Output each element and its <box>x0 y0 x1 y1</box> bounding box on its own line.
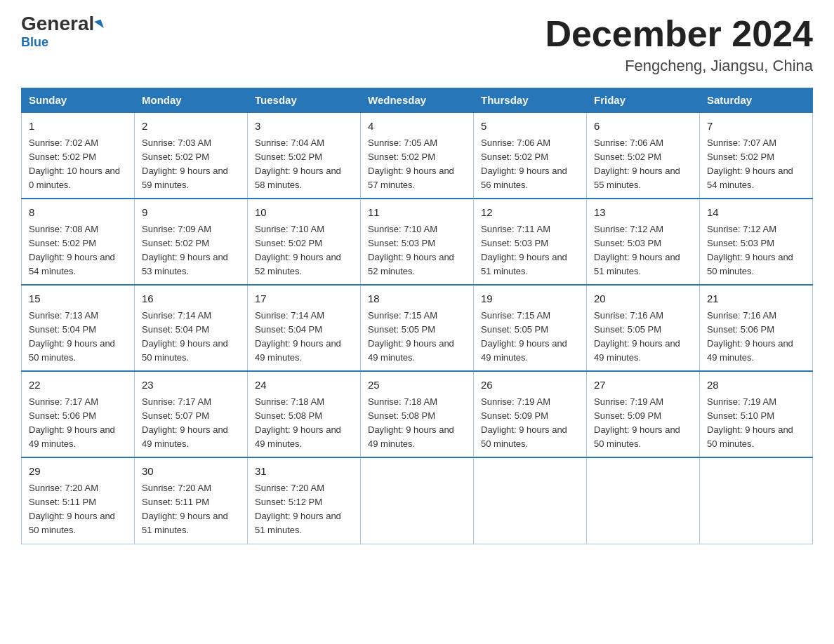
day-info: Sunrise: 7:06 AMSunset: 5:02 PMDaylight:… <box>594 137 680 190</box>
day-info: Sunrise: 7:11 AMSunset: 5:03 PMDaylight:… <box>481 224 567 276</box>
day-number: 18 <box>368 291 466 307</box>
calendar-week-row: 29Sunrise: 7:20 AMSunset: 5:11 PMDayligh… <box>22 457 813 544</box>
weekday-header-saturday: Saturday <box>700 88 813 113</box>
day-number: 21 <box>707 291 805 307</box>
calendar-cell: 28Sunrise: 7:19 AMSunset: 5:10 PMDayligh… <box>700 371 813 457</box>
day-number: 3 <box>255 119 353 135</box>
day-number: 5 <box>481 119 579 135</box>
calendar-cell: 2Sunrise: 7:03 AMSunset: 5:02 PMDaylight… <box>135 112 248 199</box>
weekday-header-thursday: Thursday <box>474 88 587 113</box>
day-number: 14 <box>707 205 805 221</box>
month-title: December 2024 <box>545 14 813 54</box>
calendar-week-row: 1Sunrise: 7:02 AMSunset: 5:02 PMDaylight… <box>22 112 813 199</box>
day-number: 1 <box>29 119 127 135</box>
weekday-header-tuesday: Tuesday <box>248 88 361 113</box>
calendar-cell: 8Sunrise: 7:08 AMSunset: 5:02 PMDaylight… <box>22 199 135 285</box>
day-info: Sunrise: 7:08 AMSunset: 5:02 PMDaylight:… <box>29 224 115 276</box>
calendar-cell: 15Sunrise: 7:13 AMSunset: 5:04 PMDayligh… <box>22 285 135 371</box>
day-number: 23 <box>142 377 240 394</box>
calendar-week-row: 15Sunrise: 7:13 AMSunset: 5:04 PMDayligh… <box>22 285 813 371</box>
logo-blue-text: Blue <box>21 35 48 50</box>
calendar-cell: 9Sunrise: 7:09 AMSunset: 5:02 PMDaylight… <box>135 199 248 285</box>
day-info: Sunrise: 7:16 AMSunset: 5:05 PMDaylight:… <box>594 310 680 363</box>
calendar-cell: 21Sunrise: 7:16 AMSunset: 5:06 PMDayligh… <box>700 285 813 371</box>
calendar-cell: 10Sunrise: 7:10 AMSunset: 5:02 PMDayligh… <box>248 199 361 285</box>
calendar-cell: 13Sunrise: 7:12 AMSunset: 5:03 PMDayligh… <box>587 199 700 285</box>
calendar-cell: 1Sunrise: 7:02 AMSunset: 5:02 PMDaylight… <box>22 112 135 199</box>
calendar-cell <box>587 457 700 544</box>
calendar-cell: 12Sunrise: 7:11 AMSunset: 5:03 PMDayligh… <box>474 199 587 285</box>
day-info: Sunrise: 7:20 AMSunset: 5:12 PMDaylight:… <box>255 483 341 535</box>
calendar-cell: 20Sunrise: 7:16 AMSunset: 5:05 PMDayligh… <box>587 285 700 371</box>
day-info: Sunrise: 7:03 AMSunset: 5:02 PMDaylight:… <box>142 137 228 190</box>
calendar-cell: 7Sunrise: 7:07 AMSunset: 5:02 PMDaylight… <box>700 112 813 199</box>
calendar-cell: 16Sunrise: 7:14 AMSunset: 5:04 PMDayligh… <box>135 285 248 371</box>
day-number: 9 <box>142 205 240 221</box>
day-number: 17 <box>255 291 353 307</box>
day-info: Sunrise: 7:19 AMSunset: 5:09 PMDaylight:… <box>594 396 680 449</box>
title-block: December 2024 Fengcheng, Jiangsu, China <box>545 14 813 75</box>
calendar-table: SundayMondayTuesdayWednesdayThursdayFrid… <box>21 88 813 544</box>
page-header: General Blue December 2024 Fengcheng, Ji… <box>21 14 813 75</box>
day-info: Sunrise: 7:18 AMSunset: 5:08 PMDaylight:… <box>255 396 341 449</box>
location-title: Fengcheng, Jiangsu, China <box>545 57 813 75</box>
day-info: Sunrise: 7:09 AMSunset: 5:02 PMDaylight:… <box>142 224 228 276</box>
weekday-header-sunday: Sunday <box>22 88 135 113</box>
calendar-cell: 19Sunrise: 7:15 AMSunset: 5:05 PMDayligh… <box>474 285 587 371</box>
calendar-cell <box>700 457 813 544</box>
weekday-header-monday: Monday <box>135 88 248 113</box>
calendar-cell: 30Sunrise: 7:20 AMSunset: 5:11 PMDayligh… <box>135 457 248 544</box>
day-info: Sunrise: 7:14 AMSunset: 5:04 PMDaylight:… <box>255 310 341 363</box>
day-number: 30 <box>142 464 240 480</box>
day-info: Sunrise: 7:06 AMSunset: 5:02 PMDaylight:… <box>481 137 567 190</box>
day-info: Sunrise: 7:19 AMSunset: 5:10 PMDaylight:… <box>707 396 793 449</box>
weekday-header-wednesday: Wednesday <box>361 88 474 113</box>
logo-arrow-icon <box>94 20 104 31</box>
calendar-cell: 23Sunrise: 7:17 AMSunset: 5:07 PMDayligh… <box>135 371 248 457</box>
day-number: 24 <box>255 377 353 394</box>
day-number: 27 <box>594 377 692 394</box>
day-info: Sunrise: 7:02 AMSunset: 5:02 PMDaylight:… <box>29 137 120 190</box>
day-number: 26 <box>481 377 579 394</box>
calendar-cell: 25Sunrise: 7:18 AMSunset: 5:08 PMDayligh… <box>361 371 474 457</box>
calendar-cell: 5Sunrise: 7:06 AMSunset: 5:02 PMDaylight… <box>474 112 587 199</box>
day-number: 22 <box>29 377 127 394</box>
day-number: 7 <box>707 119 805 135</box>
day-number: 29 <box>29 464 127 480</box>
day-info: Sunrise: 7:07 AMSunset: 5:02 PMDaylight:… <box>707 137 793 190</box>
calendar-cell: 24Sunrise: 7:18 AMSunset: 5:08 PMDayligh… <box>248 371 361 457</box>
calendar-cell: 11Sunrise: 7:10 AMSunset: 5:03 PMDayligh… <box>361 199 474 285</box>
calendar-week-row: 8Sunrise: 7:08 AMSunset: 5:02 PMDaylight… <box>22 199 813 285</box>
day-info: Sunrise: 7:12 AMSunset: 5:03 PMDaylight:… <box>707 224 793 276</box>
day-info: Sunrise: 7:12 AMSunset: 5:03 PMDaylight:… <box>594 224 680 276</box>
day-info: Sunrise: 7:14 AMSunset: 5:04 PMDaylight:… <box>142 310 228 363</box>
day-info: Sunrise: 7:10 AMSunset: 5:02 PMDaylight:… <box>255 224 341 276</box>
calendar-cell <box>474 457 587 544</box>
calendar-cell: 3Sunrise: 7:04 AMSunset: 5:02 PMDaylight… <box>248 112 361 199</box>
day-info: Sunrise: 7:20 AMSunset: 5:11 PMDaylight:… <box>142 483 228 535</box>
day-number: 13 <box>594 205 692 221</box>
day-number: 2 <box>142 119 240 135</box>
day-number: 8 <box>29 205 127 221</box>
calendar-header-row: SundayMondayTuesdayWednesdayThursdayFrid… <box>22 88 813 113</box>
calendar-cell: 22Sunrise: 7:17 AMSunset: 5:06 PMDayligh… <box>22 371 135 457</box>
weekday-header-friday: Friday <box>587 88 700 113</box>
day-info: Sunrise: 7:10 AMSunset: 5:03 PMDaylight:… <box>368 224 454 276</box>
day-number: 12 <box>481 205 579 221</box>
day-info: Sunrise: 7:19 AMSunset: 5:09 PMDaylight:… <box>481 396 567 449</box>
day-number: 10 <box>255 205 353 221</box>
calendar-cell: 31Sunrise: 7:20 AMSunset: 5:12 PMDayligh… <box>248 457 361 544</box>
day-info: Sunrise: 7:05 AMSunset: 5:02 PMDaylight:… <box>368 137 454 190</box>
day-info: Sunrise: 7:15 AMSunset: 5:05 PMDaylight:… <box>368 310 454 363</box>
day-number: 28 <box>707 377 805 394</box>
day-info: Sunrise: 7:15 AMSunset: 5:05 PMDaylight:… <box>481 310 567 363</box>
day-info: Sunrise: 7:18 AMSunset: 5:08 PMDaylight:… <box>368 396 454 449</box>
calendar-cell: 14Sunrise: 7:12 AMSunset: 5:03 PMDayligh… <box>700 199 813 285</box>
day-info: Sunrise: 7:20 AMSunset: 5:11 PMDaylight:… <box>29 483 115 535</box>
calendar-body: 1Sunrise: 7:02 AMSunset: 5:02 PMDaylight… <box>22 112 813 544</box>
day-number: 4 <box>368 119 466 135</box>
day-number: 15 <box>29 291 127 307</box>
day-number: 16 <box>142 291 240 307</box>
calendar-cell: 17Sunrise: 7:14 AMSunset: 5:04 PMDayligh… <box>248 285 361 371</box>
day-info: Sunrise: 7:13 AMSunset: 5:04 PMDaylight:… <box>29 310 115 363</box>
